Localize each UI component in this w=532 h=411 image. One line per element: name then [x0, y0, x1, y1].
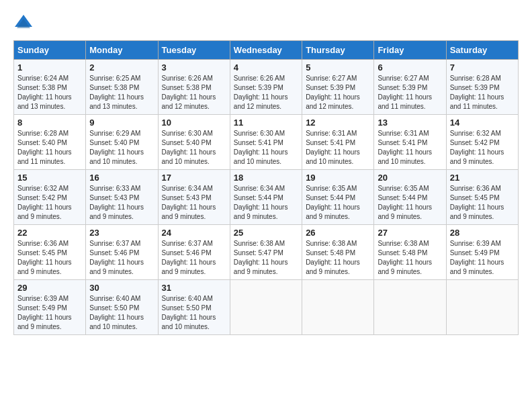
day-number: 14 [450, 118, 515, 128]
day-info: Sunrise: 6:31 AMSunset: 5:41 PMDaylight:… [378, 129, 442, 167]
calendar-cell: 31Sunrise: 6:40 AMSunset: 5:50 PMDayligh… [158, 280, 230, 335]
day-info: Sunrise: 6:27 AMSunset: 5:39 PMDaylight:… [306, 74, 370, 111]
calendar-cell [230, 280, 302, 335]
day-info: Sunrise: 6:37 AMSunset: 5:46 PMDaylight:… [162, 239, 226, 277]
day-number: 10 [162, 118, 226, 128]
day-header-friday: Friday [374, 41, 446, 60]
day-number: 15 [17, 173, 82, 183]
day-number: 7 [450, 62, 515, 73]
day-info: Sunrise: 6:26 AMSunset: 5:39 PMDaylight:… [234, 74, 298, 111]
day-info: Sunrise: 6:37 AMSunset: 5:46 PMDaylight:… [89, 239, 154, 277]
day-info: Sunrise: 6:25 AMSunset: 5:38 PMDaylight:… [89, 74, 154, 111]
day-number: 18 [234, 173, 298, 183]
day-info: Sunrise: 6:38 AMSunset: 5:48 PMDaylight:… [306, 239, 370, 277]
calendar-cell: 11Sunrise: 6:30 AMSunset: 5:41 PMDayligh… [230, 115, 302, 170]
day-info: Sunrise: 6:30 AMSunset: 5:40 PMDaylight:… [162, 129, 226, 167]
calendar-cell: 30Sunrise: 6:40 AMSunset: 5:50 PMDayligh… [86, 280, 158, 335]
calendar-cell: 22Sunrise: 6:36 AMSunset: 5:45 PMDayligh… [14, 225, 86, 280]
day-number: 25 [234, 228, 298, 238]
calendar-week-2: 8Sunrise: 6:28 AMSunset: 5:40 PMDaylight… [14, 115, 519, 170]
calendar-cell: 2Sunrise: 6:25 AMSunset: 5:38 PMDaylight… [86, 60, 158, 115]
day-info: Sunrise: 6:36 AMSunset: 5:45 PMDaylight:… [450, 184, 515, 222]
calendar-cell [446, 280, 518, 335]
day-info: Sunrise: 6:32 AMSunset: 5:42 PMDaylight:… [17, 184, 82, 222]
calendar-cell: 20Sunrise: 6:35 AMSunset: 5:44 PMDayligh… [374, 170, 446, 225]
day-info: Sunrise: 6:36 AMSunset: 5:45 PMDaylight:… [17, 239, 82, 277]
day-number: 26 [306, 228, 370, 238]
calendar-cell: 19Sunrise: 6:35 AMSunset: 5:44 PMDayligh… [302, 170, 374, 225]
day-number: 9 [89, 118, 154, 128]
calendar-cell: 14Sunrise: 6:32 AMSunset: 5:42 PMDayligh… [446, 115, 518, 170]
day-number: 23 [89, 228, 154, 238]
calendar-cell: 3Sunrise: 6:26 AMSunset: 5:38 PMDaylight… [158, 60, 230, 115]
day-info: Sunrise: 6:40 AMSunset: 5:50 PMDaylight:… [89, 294, 154, 332]
day-number: 30 [89, 283, 154, 293]
calendar-cell: 25Sunrise: 6:38 AMSunset: 5:47 PMDayligh… [230, 225, 302, 280]
day-info: Sunrise: 6:31 AMSunset: 5:41 PMDaylight:… [306, 129, 370, 167]
calendar-cell [302, 280, 374, 335]
day-number: 11 [234, 118, 298, 128]
day-info: Sunrise: 6:26 AMSunset: 5:38 PMDaylight:… [162, 74, 226, 111]
day-number: 1 [17, 62, 82, 73]
calendar-cell: 24Sunrise: 6:37 AMSunset: 5:46 PMDayligh… [158, 225, 230, 280]
calendar-cell: 9Sunrise: 6:29 AMSunset: 5:40 PMDaylight… [86, 115, 158, 170]
day-info: Sunrise: 6:39 AMSunset: 5:49 PMDaylight:… [450, 239, 515, 277]
day-number: 3 [162, 62, 226, 73]
day-number: 13 [378, 118, 442, 128]
day-number: 21 [450, 173, 515, 183]
day-info: Sunrise: 6:24 AMSunset: 5:38 PMDaylight:… [17, 74, 82, 111]
calendar-cell: 23Sunrise: 6:37 AMSunset: 5:46 PMDayligh… [86, 225, 158, 280]
calendar-cell [374, 280, 446, 335]
day-header-monday: Monday [86, 41, 158, 60]
day-number: 29 [17, 283, 82, 293]
day-info: Sunrise: 6:34 AMSunset: 5:44 PMDaylight:… [234, 184, 298, 222]
calendar-cell: 27Sunrise: 6:38 AMSunset: 5:48 PMDayligh… [374, 225, 446, 280]
calendar-cell: 8Sunrise: 6:28 AMSunset: 5:40 PMDaylight… [14, 115, 86, 170]
day-number: 24 [162, 228, 226, 238]
calendar-cell: 15Sunrise: 6:32 AMSunset: 5:42 PMDayligh… [14, 170, 86, 225]
calendar-cell: 26Sunrise: 6:38 AMSunset: 5:48 PMDayligh… [302, 225, 374, 280]
day-number: 17 [162, 173, 226, 183]
day-number: 31 [162, 283, 226, 293]
day-number: 12 [306, 118, 370, 128]
day-info: Sunrise: 6:33 AMSunset: 5:43 PMDaylight:… [89, 184, 154, 222]
calendar-cell: 21Sunrise: 6:36 AMSunset: 5:45 PMDayligh… [446, 170, 518, 225]
calendar-cell: 12Sunrise: 6:31 AMSunset: 5:41 PMDayligh… [302, 115, 374, 170]
day-info: Sunrise: 6:32 AMSunset: 5:42 PMDaylight:… [450, 129, 515, 167]
calendar-cell: 4Sunrise: 6:26 AMSunset: 5:39 PMDaylight… [230, 60, 302, 115]
calendar-week-4: 22Sunrise: 6:36 AMSunset: 5:45 PMDayligh… [14, 225, 519, 280]
day-header-saturday: Saturday [446, 41, 518, 60]
calendar-cell: 6Sunrise: 6:27 AMSunset: 5:39 PMDaylight… [374, 60, 446, 115]
day-info: Sunrise: 6:34 AMSunset: 5:43 PMDaylight:… [162, 184, 226, 222]
logo-icon [13, 13, 34, 34]
calendar-cell: 28Sunrise: 6:39 AMSunset: 5:49 PMDayligh… [446, 225, 518, 280]
day-header-sunday: Sunday [14, 41, 86, 60]
day-number: 5 [306, 62, 370, 73]
day-number: 27 [378, 228, 442, 238]
calendar-cell: 1Sunrise: 6:24 AMSunset: 5:38 PMDaylight… [14, 60, 86, 115]
day-number: 8 [17, 118, 82, 128]
day-number: 19 [306, 173, 370, 183]
day-info: Sunrise: 6:27 AMSunset: 5:39 PMDaylight:… [378, 74, 442, 111]
day-info: Sunrise: 6:38 AMSunset: 5:48 PMDaylight:… [378, 239, 442, 277]
day-info: Sunrise: 6:38 AMSunset: 5:47 PMDaylight:… [234, 239, 298, 277]
day-number: 4 [234, 62, 298, 73]
day-info: Sunrise: 6:29 AMSunset: 5:40 PMDaylight:… [89, 129, 154, 167]
calendar: SundayMondayTuesdayWednesdayThursdayFrid… [13, 40, 519, 335]
day-header-wednesday: Wednesday [230, 41, 302, 60]
day-number: 28 [450, 228, 515, 238]
calendar-header-row: SundayMondayTuesdayWednesdayThursdayFrid… [14, 41, 519, 60]
day-info: Sunrise: 6:40 AMSunset: 5:50 PMDaylight:… [162, 294, 226, 332]
calendar-cell: 18Sunrise: 6:34 AMSunset: 5:44 PMDayligh… [230, 170, 302, 225]
day-number: 22 [17, 228, 82, 238]
day-number: 2 [89, 62, 154, 73]
day-header-tuesday: Tuesday [158, 41, 230, 60]
day-info: Sunrise: 6:28 AMSunset: 5:39 PMDaylight:… [450, 74, 515, 111]
day-info: Sunrise: 6:35 AMSunset: 5:44 PMDaylight:… [378, 184, 442, 222]
calendar-cell: 5Sunrise: 6:27 AMSunset: 5:39 PMDaylight… [302, 60, 374, 115]
calendar-week-1: 1Sunrise: 6:24 AMSunset: 5:38 PMDaylight… [14, 60, 519, 115]
calendar-cell: 16Sunrise: 6:33 AMSunset: 5:43 PMDayligh… [86, 170, 158, 225]
logo [13, 13, 37, 34]
day-number: 16 [89, 173, 154, 183]
calendar-cell: 7Sunrise: 6:28 AMSunset: 5:39 PMDaylight… [446, 60, 518, 115]
